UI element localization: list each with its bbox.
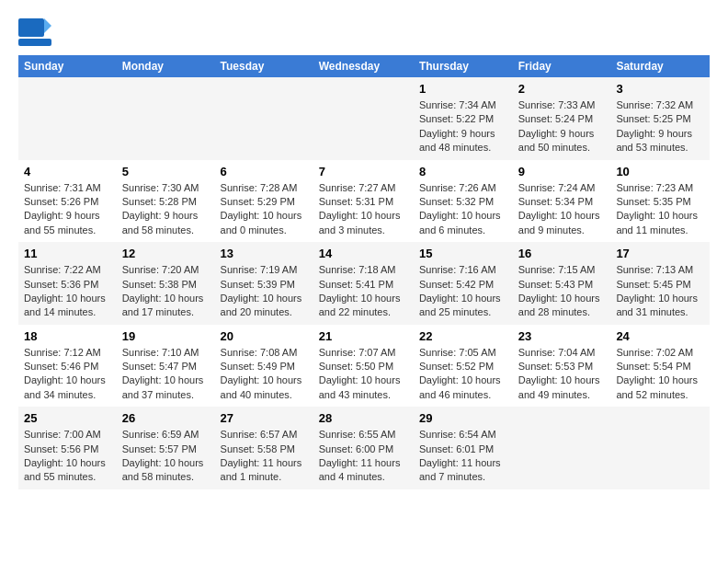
calendar-cell: 28Sunrise: 6:55 AM Sunset: 6:00 PM Dayli… <box>313 407 414 489</box>
day-number: 9 <box>518 165 606 178</box>
day-info: Sunrise: 7:13 AM Sunset: 5:45 PM Dayligh… <box>616 263 704 320</box>
calendar-cell: 7Sunrise: 7:27 AM Sunset: 5:31 PM Daylig… <box>313 160 414 243</box>
day-number: 3 <box>616 82 704 96</box>
calendar-cell <box>117 77 215 160</box>
svg-marker-1 <box>44 18 51 33</box>
day-info: Sunrise: 7:20 AM Sunset: 5:38 PM Dayligh… <box>122 263 210 320</box>
col-header-wednesday: Wednesday <box>313 55 414 77</box>
calendar-cell: 26Sunrise: 6:59 AM Sunset: 5:57 PM Dayli… <box>117 407 215 489</box>
day-info: Sunrise: 7:24 AM Sunset: 5:34 PM Dayligh… <box>518 181 606 238</box>
calendar-cell: 25Sunrise: 7:00 AM Sunset: 5:56 PM Dayli… <box>18 407 117 489</box>
calendar-cell: 21Sunrise: 7:07 AM Sunset: 5:50 PM Dayli… <box>313 325 414 408</box>
col-header-thursday: Thursday <box>414 55 513 77</box>
calendar-cell <box>513 407 611 489</box>
day-info: Sunrise: 6:54 AM Sunset: 6:01 PM Dayligh… <box>419 428 507 485</box>
day-number: 16 <box>518 247 606 260</box>
col-header-friday: Friday <box>513 55 611 77</box>
calendar-week-4: 18Sunrise: 7:12 AM Sunset: 5:46 PM Dayli… <box>18 325 710 408</box>
day-info: Sunrise: 7:34 AM Sunset: 5:22 PM Dayligh… <box>419 98 507 155</box>
calendar-cell <box>610 407 710 489</box>
day-number: 21 <box>319 329 408 343</box>
day-info: Sunrise: 7:32 AM Sunset: 5:25 PM Dayligh… <box>616 98 704 155</box>
day-info: Sunrise: 7:05 AM Sunset: 5:52 PM Dayligh… <box>419 346 507 403</box>
calendar-cell: 22Sunrise: 7:05 AM Sunset: 5:52 PM Dayli… <box>414 325 513 408</box>
day-info: Sunrise: 7:28 AM Sunset: 5:29 PM Dayligh… <box>221 181 308 238</box>
calendar-week-1: 1Sunrise: 7:34 AM Sunset: 5:22 PM Daylig… <box>18 77 710 160</box>
calendar-cell: 24Sunrise: 7:02 AM Sunset: 5:54 PM Dayli… <box>610 325 710 408</box>
calendar-week-5: 25Sunrise: 7:00 AM Sunset: 5:56 PM Dayli… <box>18 407 710 489</box>
day-info: Sunrise: 7:08 AM Sunset: 5:49 PM Dayligh… <box>221 346 308 403</box>
day-number: 4 <box>24 165 111 178</box>
col-header-monday: Monday <box>117 55 215 77</box>
day-number: 18 <box>24 329 111 343</box>
day-number: 6 <box>221 165 308 178</box>
day-number: 22 <box>419 329 507 343</box>
day-number: 23 <box>518 329 606 343</box>
page-header <box>18 18 710 46</box>
calendar-table: SundayMondayTuesdayWednesdayThursdayFrid… <box>18 55 710 489</box>
calendar-cell: 5Sunrise: 7:30 AM Sunset: 5:28 PM Daylig… <box>117 160 215 243</box>
day-info: Sunrise: 7:31 AM Sunset: 5:26 PM Dayligh… <box>24 181 111 238</box>
calendar-cell: 18Sunrise: 7:12 AM Sunset: 5:46 PM Dayli… <box>18 325 117 408</box>
calendar-cell: 23Sunrise: 7:04 AM Sunset: 5:53 PM Dayli… <box>513 325 611 408</box>
day-info: Sunrise: 7:22 AM Sunset: 5:36 PM Dayligh… <box>24 263 111 320</box>
calendar-week-2: 4Sunrise: 7:31 AM Sunset: 5:26 PM Daylig… <box>18 160 710 243</box>
day-number: 15 <box>419 247 507 260</box>
day-info: Sunrise: 7:33 AM Sunset: 5:24 PM Dayligh… <box>518 98 606 155</box>
day-number: 29 <box>419 411 507 425</box>
day-number: 12 <box>122 247 210 260</box>
day-info: Sunrise: 7:04 AM Sunset: 5:53 PM Dayligh… <box>518 346 606 403</box>
day-number: 8 <box>419 165 507 178</box>
calendar-cell <box>313 77 414 160</box>
col-header-saturday: Saturday <box>610 55 710 77</box>
day-info: Sunrise: 6:59 AM Sunset: 5:57 PM Dayligh… <box>122 428 210 485</box>
calendar-cell <box>215 77 313 160</box>
calendar-cell: 16Sunrise: 7:15 AM Sunset: 5:43 PM Dayli… <box>513 242 611 325</box>
day-number: 14 <box>319 247 408 260</box>
calendar-cell: 10Sunrise: 7:23 AM Sunset: 5:35 PM Dayli… <box>610 160 710 243</box>
day-number: 28 <box>319 411 408 425</box>
col-header-tuesday: Tuesday <box>215 55 313 77</box>
calendar-cell: 15Sunrise: 7:16 AM Sunset: 5:42 PM Dayli… <box>414 242 513 325</box>
calendar-cell: 29Sunrise: 6:54 AM Sunset: 6:01 PM Dayli… <box>414 407 513 489</box>
calendar-cell: 8Sunrise: 7:26 AM Sunset: 5:32 PM Daylig… <box>414 160 513 243</box>
day-number: 27 <box>221 411 308 425</box>
day-number: 11 <box>24 247 111 260</box>
day-number: 20 <box>221 329 308 343</box>
day-info: Sunrise: 7:18 AM Sunset: 5:41 PM Dayligh… <box>319 263 408 320</box>
calendar-cell: 1Sunrise: 7:34 AM Sunset: 5:22 PM Daylig… <box>414 77 513 160</box>
calendar-cell: 12Sunrise: 7:20 AM Sunset: 5:38 PM Dayli… <box>117 242 215 325</box>
calendar-week-3: 11Sunrise: 7:22 AM Sunset: 5:36 PM Dayli… <box>18 242 710 325</box>
calendar-cell: 2Sunrise: 7:33 AM Sunset: 5:24 PM Daylig… <box>513 77 611 160</box>
day-number: 19 <box>122 329 210 343</box>
day-number: 13 <box>221 247 308 260</box>
day-number: 10 <box>616 165 704 178</box>
calendar-cell <box>18 77 117 160</box>
calendar-cell: 14Sunrise: 7:18 AM Sunset: 5:41 PM Dayli… <box>313 242 414 325</box>
calendar-cell: 13Sunrise: 7:19 AM Sunset: 5:39 PM Dayli… <box>215 242 313 325</box>
calendar-cell: 11Sunrise: 7:22 AM Sunset: 5:36 PM Dayli… <box>18 242 117 325</box>
calendar-cell: 4Sunrise: 7:31 AM Sunset: 5:26 PM Daylig… <box>18 160 117 243</box>
day-info: Sunrise: 7:30 AM Sunset: 5:28 PM Dayligh… <box>122 181 210 238</box>
day-info: Sunrise: 7:23 AM Sunset: 5:35 PM Dayligh… <box>616 181 704 238</box>
logo-icon <box>18 18 51 46</box>
day-info: Sunrise: 7:19 AM Sunset: 5:39 PM Dayligh… <box>221 263 308 320</box>
day-number: 26 <box>122 411 210 425</box>
calendar-cell: 9Sunrise: 7:24 AM Sunset: 5:34 PM Daylig… <box>513 160 611 243</box>
logo <box>18 18 55 46</box>
calendar-cell: 20Sunrise: 7:08 AM Sunset: 5:49 PM Dayli… <box>215 325 313 408</box>
calendar-cell: 17Sunrise: 7:13 AM Sunset: 5:45 PM Dayli… <box>610 242 710 325</box>
day-number: 7 <box>319 165 408 178</box>
svg-rect-0 <box>18 18 44 37</box>
day-number: 1 <box>419 82 507 96</box>
calendar-header: SundayMondayTuesdayWednesdayThursdayFrid… <box>18 55 710 77</box>
day-info: Sunrise: 7:27 AM Sunset: 5:31 PM Dayligh… <box>319 181 408 238</box>
day-number: 24 <box>616 329 704 343</box>
day-info: Sunrise: 7:26 AM Sunset: 5:32 PM Dayligh… <box>419 181 507 238</box>
day-info: Sunrise: 7:15 AM Sunset: 5:43 PM Dayligh… <box>518 263 606 320</box>
col-header-sunday: Sunday <box>18 55 117 77</box>
calendar-cell: 6Sunrise: 7:28 AM Sunset: 5:29 PM Daylig… <box>215 160 313 243</box>
day-info: Sunrise: 6:55 AM Sunset: 6:00 PM Dayligh… <box>319 428 408 485</box>
day-info: Sunrise: 7:02 AM Sunset: 5:54 PM Dayligh… <box>616 346 704 403</box>
day-number: 25 <box>24 411 111 425</box>
